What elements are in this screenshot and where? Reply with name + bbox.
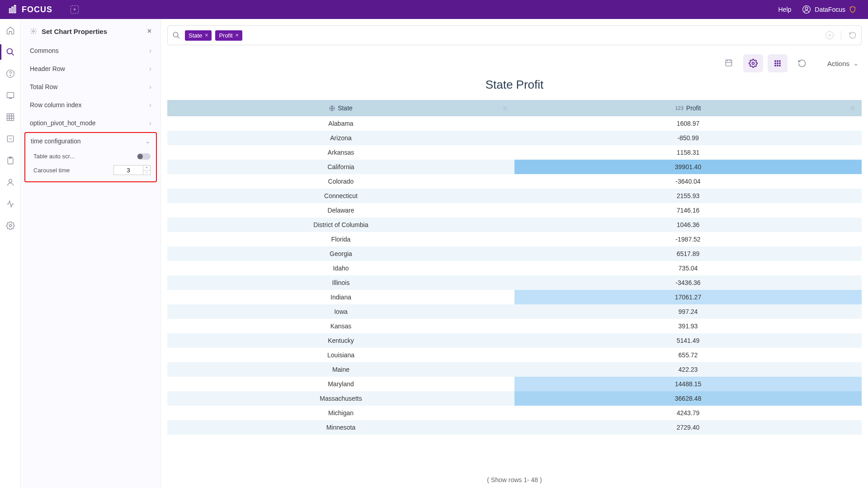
- chevron-right-icon: ›: [149, 47, 151, 54]
- table-row[interactable]: Kansas391.93: [167, 319, 862, 333]
- table-row[interactable]: Delaware7146.16: [167, 203, 862, 218]
- search-chip-state[interactable]: State×: [185, 30, 212, 41]
- table-row[interactable]: Maine422.23: [167, 362, 862, 377]
- section-row-column-index[interactable]: Row column index›: [21, 96, 160, 114]
- table-row[interactable]: California39901.40: [167, 160, 862, 174]
- table-row[interactable]: Massachusetts36628.48: [167, 391, 862, 406]
- svg-point-15: [33, 30, 34, 32]
- cell-profit: 391.93: [514, 319, 862, 333]
- column-header-profit[interactable]: 123 Profit: [514, 100, 862, 116]
- table-row[interactable]: Connecticut2155.93: [167, 189, 862, 203]
- table-row[interactable]: District of Columbia1046.36: [167, 218, 862, 232]
- table-row[interactable]: Alabama1608.97: [167, 116, 862, 131]
- cell-state: Alabama: [167, 116, 514, 131]
- cell-state: Georgia: [167, 246, 514, 261]
- section-header-row[interactable]: Header Row›: [21, 60, 160, 78]
- auto-scroll-row: Table auto scr...: [25, 149, 156, 161]
- table-row[interactable]: Maryland14488.15: [167, 377, 862, 391]
- svg-rect-1: [12, 7, 13, 13]
- rail-home-icon[interactable]: [5, 25, 15, 35]
- table-row[interactable]: Idaho735.04: [167, 261, 862, 275]
- refresh-chart-button[interactable]: [792, 54, 812, 72]
- svg-rect-22: [774, 62, 776, 64]
- carousel-time-input[interactable]: + −: [113, 165, 151, 175]
- table-row[interactable]: Minnesota2729.40: [167, 420, 862, 435]
- column-settings-icon[interactable]: [849, 105, 855, 111]
- user-menu[interactable]: DataFocus: [802, 5, 860, 14]
- rail-help-icon[interactable]: [5, 69, 15, 79]
- rows-footer: ( Show rows 1- 48 ): [167, 472, 862, 488]
- svg-rect-19: [774, 60, 776, 62]
- table-row[interactable]: Illinois-3436.36: [167, 275, 862, 290]
- number-type-icon: 123: [675, 105, 683, 111]
- section-commons[interactable]: Commons›: [21, 42, 160, 60]
- cell-state: Maine: [167, 362, 514, 377]
- table-row[interactable]: Georgia6517.89: [167, 246, 862, 261]
- stepper-up[interactable]: +: [143, 166, 150, 171]
- table-row[interactable]: Colorado-3640.04: [167, 174, 862, 189]
- column-settings-icon[interactable]: [502, 105, 508, 111]
- table-row[interactable]: Arkansas1158.31: [167, 145, 862, 160]
- rail-box-icon[interactable]: [5, 134, 15, 144]
- table-row[interactable]: Florida-1987.52: [167, 232, 862, 246]
- clear-search-button[interactable]: ×: [826, 31, 834, 39]
- grid-view-button[interactable]: [768, 54, 788, 72]
- svg-point-4: [805, 7, 808, 10]
- svg-rect-23: [777, 62, 778, 64]
- cell-state: Massachusetts: [167, 391, 514, 406]
- cell-profit: 422.23: [514, 362, 862, 377]
- chip-close-icon[interactable]: ×: [205, 32, 208, 38]
- help-link[interactable]: Help: [778, 6, 792, 13]
- cell-profit: 2729.40: [514, 420, 862, 435]
- column-header-state[interactable]: State: [167, 100, 514, 116]
- rail-dashboard-icon[interactable]: [5, 90, 15, 100]
- cell-profit: -3436.36: [514, 275, 862, 290]
- brand-icon: [8, 5, 18, 14]
- cell-state: Arizona: [167, 131, 514, 145]
- carousel-time-field[interactable]: [114, 166, 143, 175]
- table-row[interactable]: Michigan4243.79: [167, 406, 862, 420]
- section-total-row[interactable]: Total Row›: [21, 78, 160, 96]
- globe-icon: [329, 105, 335, 111]
- chip-close-icon[interactable]: ×: [236, 32, 239, 38]
- cell-state: Louisiana: [167, 348, 514, 362]
- cell-state: California: [167, 160, 514, 174]
- refresh-button[interactable]: [849, 31, 857, 39]
- table-row[interactable]: Iowa997.24: [167, 304, 862, 319]
- rail-user-icon[interactable]: [5, 177, 15, 187]
- actions-menu[interactable]: Actions ⌄: [827, 59, 859, 67]
- chevron-right-icon: ›: [149, 83, 151, 90]
- user-name: DataFocus: [815, 6, 845, 13]
- section-pivot-hot-mode[interactable]: option_pivot_hot_mode›: [21, 114, 160, 132]
- svg-rect-2: [14, 5, 16, 13]
- pin-button[interactable]: [719, 54, 739, 72]
- rail-search-icon[interactable]: [5, 47, 15, 57]
- cell-state: Delaware: [167, 203, 514, 218]
- table-body[interactable]: Alabama1608.97Arizona-850.99Arkansas1158…: [167, 116, 862, 472]
- section-time-configuration[interactable]: time configuration ⌄: [25, 133, 156, 149]
- table-row[interactable]: Indiana17061.27: [167, 290, 862, 304]
- settings-button[interactable]: [743, 54, 763, 72]
- gear-icon: [30, 28, 37, 35]
- search-chip-profit[interactable]: Profit×: [215, 30, 242, 41]
- svg-point-16: [173, 32, 178, 37]
- auto-scroll-label: Table auto scr...: [33, 153, 75, 160]
- panel-close-button[interactable]: ×: [147, 27, 151, 35]
- auto-scroll-toggle[interactable]: [137, 153, 151, 160]
- rail-activity-icon[interactable]: [5, 199, 15, 209]
- cell-profit: -1987.52: [514, 232, 862, 246]
- table-row[interactable]: Louisiana655.72: [167, 348, 862, 362]
- cell-state: Arkansas: [167, 145, 514, 160]
- cell-state: Connecticut: [167, 189, 514, 203]
- stepper-down[interactable]: −: [143, 171, 150, 175]
- svg-rect-9: [7, 114, 14, 121]
- table-row[interactable]: Arizona-850.99: [167, 131, 862, 145]
- rail-grid-icon[interactable]: [5, 112, 15, 122]
- add-tab-button[interactable]: +: [71, 5, 79, 14]
- search-bar[interactable]: State× Profit× ×: [167, 25, 862, 45]
- cell-profit: 7146.16: [514, 203, 862, 218]
- cell-profit: 2155.93: [514, 189, 862, 203]
- table-row[interactable]: Kentucky5141.49: [167, 333, 862, 348]
- rail-clipboard-icon[interactable]: [5, 156, 15, 166]
- rail-settings-icon[interactable]: [5, 221, 15, 231]
